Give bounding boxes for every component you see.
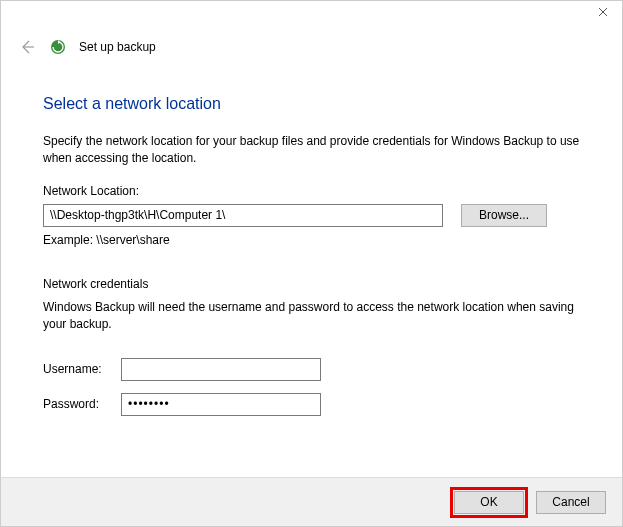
- username-row: Username:: [43, 358, 580, 381]
- username-label: Username:: [43, 362, 121, 376]
- password-label: Password:: [43, 397, 121, 411]
- credentials-description: Windows Backup will need the username an…: [43, 299, 580, 334]
- ok-highlight: OK: [450, 487, 528, 518]
- password-row: Password:: [43, 393, 580, 416]
- password-input[interactable]: [121, 393, 321, 416]
- footer: OK Cancel: [1, 478, 622, 526]
- page-description: Specify the network location for your ba…: [43, 133, 580, 168]
- content-area: Select a network location Specify the ne…: [1, 61, 622, 416]
- wizard-title: Set up backup: [79, 40, 156, 54]
- network-location-input[interactable]: [43, 204, 443, 227]
- back-arrow-icon[interactable]: [17, 37, 37, 57]
- username-input[interactable]: [121, 358, 321, 381]
- network-location-label: Network Location:: [43, 184, 580, 198]
- cancel-button[interactable]: Cancel: [536, 491, 606, 514]
- browse-button[interactable]: Browse...: [461, 204, 547, 227]
- example-text: Example: \\server\share: [43, 233, 580, 247]
- close-icon[interactable]: [596, 5, 610, 19]
- credentials-heading: Network credentials: [43, 277, 580, 291]
- page-heading: Select a network location: [43, 95, 580, 113]
- network-location-row: Browse...: [43, 204, 580, 227]
- ok-button[interactable]: OK: [454, 491, 524, 514]
- wizard-header: Set up backup: [1, 31, 622, 61]
- backup-wizard-icon: [49, 38, 67, 56]
- titlebar: [1, 1, 622, 31]
